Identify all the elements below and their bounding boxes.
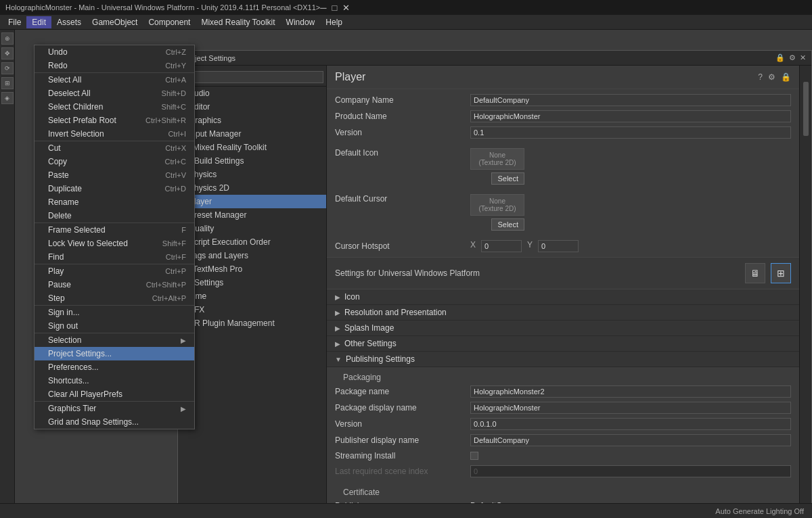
ps-nav-audio[interactable]: Audio	[178, 87, 326, 100]
ps-nav-player[interactable]: Player	[178, 195, 326, 208]
cursor-hotspot-section: Cursor Hotspot X Y	[327, 235, 799, 257]
menu-item-project-settings[interactable]: Project Settings...	[35, 347, 194, 360]
package-name-label: Package name	[335, 387, 470, 396]
menu-item-preferences[interactable]: Preferences...	[35, 360, 194, 374]
package-name-input[interactable]	[470, 385, 791, 398]
ps-nav-time[interactable]: Time	[178, 289, 326, 303]
player-settings-icon[interactable]: ⚙	[768, 72, 775, 82]
menu-item-pause[interactable]: Pause Ctrl+Shift+P	[35, 278, 194, 291]
menu-item-rename[interactable]: Rename	[35, 195, 194, 209]
ps-settings-icon[interactable]: ⚙	[789, 53, 796, 62]
minimize-button[interactable]: ─	[320, 3, 326, 13]
menu-file[interactable]: File	[3, 16, 26, 28]
ps-nav-quality[interactable]: Quality	[178, 222, 326, 235]
edit-dropdown-menu[interactable]: Undo Ctrl+Z Redo Ctrl+Y Select All Ctrl+…	[34, 45, 195, 429]
publishing-collapse-header[interactable]: ▼ Publishing Settings	[327, 352, 799, 367]
default-icon-select-button[interactable]: Select	[491, 172, 524, 185]
menu-mixed-reality[interactable]: Mixed Reality Toolkit	[196, 16, 280, 28]
menu-item-cut[interactable]: Cut Ctrl+X	[35, 141, 194, 155]
other-collapse-header[interactable]: ▶ Other Settings	[327, 336, 799, 352]
maximize-button[interactable]: □	[332, 3, 337, 13]
ps-nav-graphics[interactable]: Graphics	[178, 114, 326, 127]
scrollbar-thumb[interactable]	[803, 82, 809, 136]
cursor-y-input[interactable]	[538, 240, 579, 252]
last-required-scene-input[interactable]	[470, 465, 791, 477]
menu-item-invert-selection[interactable]: Invert Selection Ctrl+I	[35, 127, 194, 141]
ps-lock-icon[interactable]: 🔒	[775, 53, 785, 62]
menu-item-undo[interactable]: Undo Ctrl+Z	[35, 45, 194, 59]
version-input[interactable]	[470, 126, 791, 139]
menu-item-lock-view[interactable]: Lock View to Selected Shift+F	[35, 237, 194, 250]
ps-nav-script-execution-order[interactable]: Script Execution Order	[178, 235, 326, 249]
default-cursor-select-button[interactable]: Select	[491, 218, 524, 231]
menu-item-selection[interactable]: Selection ▶	[35, 333, 194, 347]
menu-item-graphics-tier[interactable]: Graphics Tier ▶	[35, 402, 194, 415]
menu-window[interactable]: Window	[281, 16, 321, 28]
streaming-install-checkbox[interactable]	[470, 452, 478, 460]
ps-nav-tags-and-layers[interactable]: Tags and Layers	[178, 249, 326, 262]
tool-btn-1[interactable]: ⊕	[1, 32, 14, 45]
tool-btn-3[interactable]: ⟳	[1, 62, 14, 74]
menu-assets[interactable]: Assets	[51, 16, 87, 28]
player-help-icon[interactable]: ?	[758, 72, 763, 82]
menu-item-select-children[interactable]: Select Children Shift+C	[35, 100, 194, 114]
tool-btn-2[interactable]: ✥	[1, 47, 14, 60]
project-settings-controls: 🔒 ⚙ ✕	[775, 53, 806, 62]
ps-nav-textmesh-pro[interactable]: ▼ TextMesh Pro	[178, 262, 326, 276]
ps-nav-physics[interactable]: Physics	[178, 168, 326, 181]
publisher-display-name-input[interactable]	[470, 434, 791, 446]
menu-item-clear-playerprefs[interactable]: Clear All PlayerPrefs	[35, 387, 194, 401]
ps-nav-build-settings[interactable]: Build Settings	[178, 154, 326, 168]
splash-collapse-header[interactable]: ▶ Splash Image	[327, 321, 799, 336]
menu-edit[interactable]: Edit	[26, 16, 51, 28]
menu-item-step[interactable]: Step Ctrl+Alt+P	[35, 291, 194, 305]
cursor-hotspot-inputs: X Y	[470, 240, 791, 252]
menu-item-delete[interactable]: Delete	[35, 209, 194, 222]
company-name-input[interactable]	[470, 94, 791, 106]
ps-nav-textmesh-settings[interactable]: Settings	[178, 276, 326, 289]
publishing-collapse-title: Publishing Settings	[346, 354, 415, 364]
icon-collapse-header[interactable]: ▶ Icon	[327, 289, 799, 305]
cursor-x-input[interactable]	[481, 240, 522, 252]
ps-nav-editor[interactable]: Editor	[178, 100, 326, 114]
ps-nav-input-manager[interactable]: Input Manager	[178, 127, 326, 141]
platform-icon-desktop[interactable]: 🖥	[745, 263, 765, 283]
ps-close-icon[interactable]: ✕	[800, 53, 806, 62]
ps-nav-mixed-reality[interactable]: ▼ Mixed Reality Toolkit	[178, 141, 326, 154]
menu-item-play[interactable]: Play Ctrl+P	[35, 264, 194, 278]
ps-search-input[interactable]	[181, 71, 323, 83]
package-version-input[interactable]	[470, 418, 791, 430]
menu-item-redo[interactable]: Redo Ctrl+Y	[35, 59, 194, 72]
platform-icon-uwp[interactable]: ⊞	[771, 263, 791, 283]
resolution-collapse-header[interactable]: ▶ Resolution and Presentation	[327, 305, 799, 321]
menu-gameobject[interactable]: GameObject	[87, 16, 143, 28]
default-cursor-texture: None(Texture 2D)	[470, 194, 524, 216]
menu-item-find[interactable]: Find Ctrl+F	[35, 250, 194, 264]
ps-nav-preset-manager[interactable]: Preset Manager	[178, 208, 326, 222]
ps-nav-vfx[interactable]: VFX	[178, 303, 326, 316]
menu-item-copy[interactable]: Copy Ctrl+C	[35, 155, 194, 168]
cursor-hotspot-row: Cursor Hotspot X Y	[335, 238, 791, 254]
tool-btn-5[interactable]: ◈	[1, 92, 14, 104]
platform-icons: 🖥 ⊞	[745, 263, 791, 283]
menu-item-sign-out[interactable]: Sign out	[35, 319, 194, 333]
ps-nav-xr-plugin[interactable]: XR Plugin Management	[178, 316, 326, 330]
package-display-name-input[interactable]	[470, 402, 791, 414]
menu-item-deselect-all[interactable]: Deselect All Shift+D	[35, 87, 194, 100]
menu-item-duplicate[interactable]: Duplicate Ctrl+D	[35, 182, 194, 195]
ps-nav-physics-2d[interactable]: Physics 2D	[178, 181, 326, 195]
menu-item-grid-snap[interactable]: Grid and Snap Settings...	[35, 415, 194, 429]
menu-item-select-all[interactable]: Select All Ctrl+A	[35, 73, 194, 87]
close-button[interactable]: ✕	[342, 3, 350, 13]
product-name-input[interactable]	[470, 110, 791, 122]
player-lock-icon[interactable]: 🔒	[781, 72, 791, 82]
menu-component[interactable]: Component	[143, 16, 196, 28]
menu-item-shortcuts[interactable]: Shortcuts...	[35, 374, 194, 387]
menu-help[interactable]: Help	[320, 16, 348, 28]
tool-btn-4[interactable]: ⊞	[1, 77, 14, 89]
menu-item-select-prefab-root[interactable]: Select Prefab Root Ctrl+Shift+R	[35, 114, 194, 127]
player-header-icons: ? ⚙ 🔒	[758, 72, 791, 82]
menu-item-paste[interactable]: Paste Ctrl+V	[35, 168, 194, 182]
menu-item-sign-in[interactable]: Sign in...	[35, 306, 194, 319]
menu-item-frame-selected[interactable]: Frame Selected F	[35, 223, 194, 237]
